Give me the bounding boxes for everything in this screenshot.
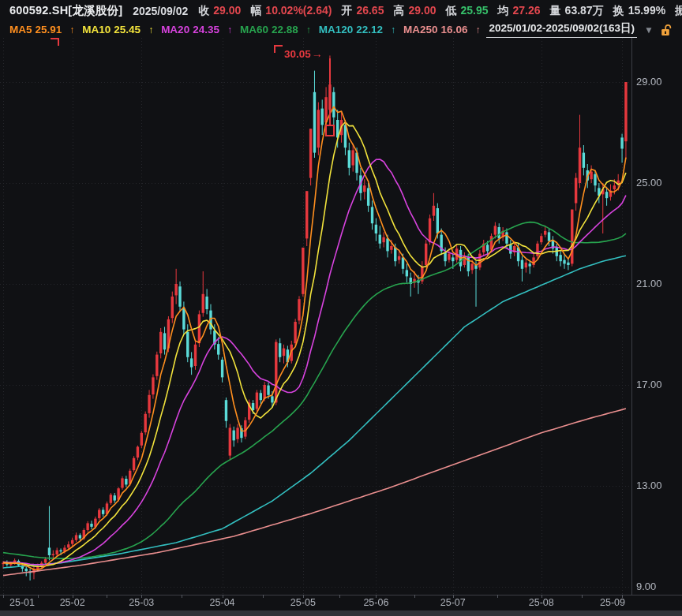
trend-up-arrow-icon: ↑ <box>227 24 232 35</box>
quote-field-label: 低 <box>446 4 457 18</box>
ma-value: 25.91 <box>36 24 62 35</box>
quote-field-value: 10.02%(2.64) <box>265 4 332 18</box>
quote-field-value: 25.95 <box>461 4 489 18</box>
trend-up-arrow-icon: ↑ <box>475 24 480 35</box>
quote-field-幅: 幅10.02%(2.64) <box>250 4 332 18</box>
ma-legend-ma5: MA525.91 <box>9 24 62 35</box>
x-axis-label-25-09: 25-09 <box>592 597 633 608</box>
x-axis-label-25-04: 25-04 <box>202 597 243 608</box>
symbol-title: 600592.SH[龙溪股份] <box>9 3 122 18</box>
quote-date: 2025/09/02 <box>133 5 188 17</box>
ma-value: 25.45 <box>114 24 141 35</box>
range-group: 2025/01/02-2025/09/02(163日) ▼ <box>486 21 673 38</box>
quote-field-label: 收 <box>198 4 209 18</box>
quote-field-value: 63.87万 <box>565 4 604 18</box>
ma-legend-ma20: MA2024.35 <box>161 24 219 35</box>
price-annotation[interactable]: 30.05 → <box>284 47 323 60</box>
quote-field-value: 29.00 <box>408 4 436 18</box>
quote-field-label: 量 <box>550 4 561 18</box>
ma-label: MA10 <box>82 24 111 35</box>
ma-header: MA525.91↑MA1025.45↑MA2024.35↑MA6022.88↑M… <box>9 21 673 38</box>
annotation-pointer-line <box>329 58 331 125</box>
trend-up-arrow-icon: ↑ <box>306 24 311 35</box>
y-axis-label-13.00: 13.00 <box>636 480 662 491</box>
quote-field-label: 幅 <box>250 4 261 18</box>
trend-up-arrow-icon: ↑ <box>391 24 395 35</box>
y-axis-label-21.00: 21.00 <box>636 278 662 289</box>
annotation-handle[interactable] <box>325 125 335 136</box>
quote-field-收: 收29.00 <box>198 4 241 18</box>
marker-corner-icon <box>51 38 59 46</box>
quote-field-value: 27.26 <box>513 4 541 18</box>
ma-value: 22.88 <box>272 24 298 35</box>
x-axis-label-25-07: 25-07 <box>433 597 474 608</box>
x-axis-label-25-06: 25-06 <box>355 597 396 608</box>
y-axis-label-17.00: 17.00 <box>636 379 662 390</box>
quote-field-label: 高 <box>393 4 404 18</box>
quote-field-量: 量63.87万 <box>550 4 604 18</box>
chevron-down-icon[interactable]: ▼ <box>644 24 654 35</box>
quote-field-label: 换 <box>613 4 624 18</box>
ma-value: 24.35 <box>193 24 219 35</box>
annotation-corner-icon <box>274 45 283 53</box>
quote-field-低: 低25.95 <box>446 4 489 18</box>
ma-label: MA120 <box>319 24 354 35</box>
annotation-arrow-icon: → <box>312 47 323 60</box>
quote-field-高: 高29.00 <box>393 4 436 18</box>
quote-field-开: 开26.65 <box>341 4 384 18</box>
y-axis-label-25.00: 25.00 <box>636 177 662 189</box>
ma-label: MA60 <box>240 24 268 35</box>
ma-legend-ma120: MA12022.12 <box>319 24 383 35</box>
quote-field-label: 均 <box>498 4 509 18</box>
trend-up-arrow-icon: ↑ <box>69 24 74 35</box>
quote-fields: 收29.00幅10.02%(2.64)开26.65高29.00低25.95均27… <box>198 4 682 18</box>
quote-field-value: 29.00 <box>213 4 241 18</box>
x-axis-label-25-01: 25-01 <box>2 597 43 608</box>
ma-label: MA250 <box>403 24 438 35</box>
date-range-selector[interactable]: 2025/01/02-2025/09/02(163日) <box>486 21 637 38</box>
ma-legend-ma10: MA1025.45 <box>82 24 141 35</box>
annotation-price-label: 30.05 <box>284 48 311 60</box>
quote-header: 600592.SH[龙溪股份] 2025/09/02 收29.00幅10.02%… <box>9 3 679 18</box>
ma-legend-ma60: MA6022.88 <box>240 24 298 35</box>
ma-legend: MA525.91↑MA1025.45↑MA2024.35↑MA6022.88↑M… <box>9 24 481 35</box>
quote-field-label: 振 <box>675 4 682 18</box>
x-axis-label-25-03: 25-03 <box>121 597 162 608</box>
unlock-icon[interactable] <box>661 24 673 36</box>
ma-value: 22.12 <box>356 24 383 35</box>
ma-legend-ma250: MA25016.06 <box>403 24 467 35</box>
quote-field-换: 换15.99% <box>613 4 665 18</box>
ma-label: MA5 <box>9 24 32 35</box>
trend-up-arrow-icon: ↑ <box>148 24 153 35</box>
y-axis-label-29.00: 29.00 <box>636 76 662 88</box>
x-axis-label-25-08: 25-08 <box>521 597 562 608</box>
y-axis-label-9.00: 9.00 <box>636 581 656 592</box>
quote-field-振: 振11.57% <box>675 4 682 18</box>
quote-field-label: 开 <box>341 4 352 18</box>
x-axis-label-25-02: 25-02 <box>52 597 93 608</box>
quote-field-均: 均27.26 <box>498 4 541 18</box>
ma-label: MA20 <box>161 24 189 35</box>
quote-field-value: 15.99% <box>628 4 665 18</box>
quote-field-value: 26.65 <box>356 4 384 18</box>
ma-value: 16.06 <box>441 24 468 35</box>
window-bottom-edge <box>0 610 682 616</box>
candlestick-chart-canvas[interactable] <box>0 0 682 616</box>
x-axis-label-25-05: 25-05 <box>283 597 324 608</box>
stock-chart-window: 600592.SH[龙溪股份] 2025/09/02 收29.00幅10.02%… <box>0 0 682 616</box>
